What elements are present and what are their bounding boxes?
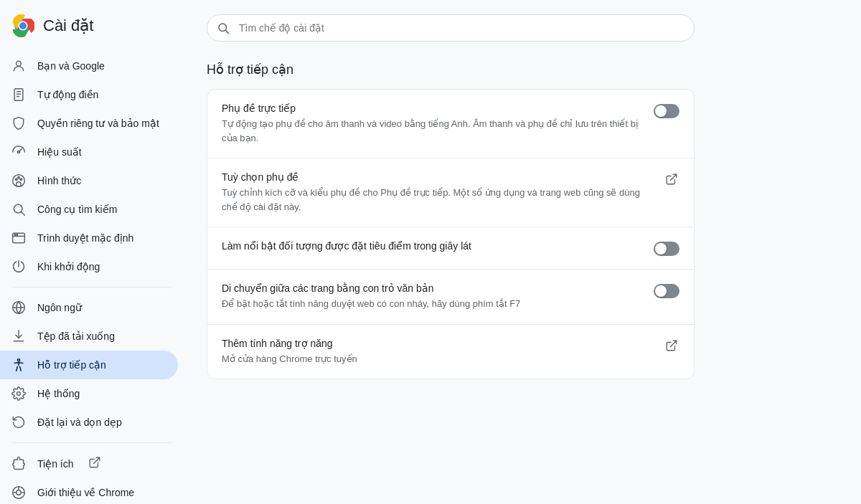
sidebar-item-label: Hiệu suất [37,146,82,158]
search-bar [207,14,695,42]
sidebar: Cài đặt Bạn và Google Tự động điền Quyền… [0,0,184,504]
sidebar-item-label: Tự động điền [37,89,98,100]
sidebar-item-ban-va-google[interactable]: Bạn và Google [0,52,178,80]
svg-point-21 [17,234,18,236]
toggle-phu-de-truc-tiep[interactable] [654,104,679,118]
chrome-logo-icon [11,14,34,37]
settings-row-content: Tuỳ chọn phụ đề Tuỳ chỉnh kích cỡ và kiể… [222,171,654,214]
svg-rect-6 [14,89,23,101]
sidebar-item-label: Tiện ích [37,458,74,470]
toggle-lam-noi-bat[interactable] [654,242,679,256]
settings-row-content: Thêm tính năng trợ năng Mở cửa hàng Chro… [222,338,654,366]
sidebar-item-hieu-suat[interactable]: Hiệu suất [0,138,178,166]
sidebar-item-cong-cu-tim-kiem[interactable]: Công cụ tìm kiếm [0,195,178,224]
sidebar-item-label: Công cụ tìm kiếm [37,204,117,215]
download-icon [11,329,26,343]
sidebar-item-tep-da-tai-xuong[interactable]: Tệp đã tải xuống [0,322,178,351]
search-icon [11,202,26,217]
settings-row-content: Làm nổi bật đối tượng được đặt tiêu điểm… [222,240,642,255]
sidebar-divider [11,287,172,287]
sidebar-item-quyen-rieng-tu[interactable]: Quyền riêng tư và bảo mật [0,109,178,138]
sidebar-divider-2 [11,442,172,443]
assignment-icon [11,87,26,102]
language-icon [11,300,26,315]
sidebar-item-label: Trình duyệt mặc định [37,232,133,244]
sidebar-title: Cài đặt [43,16,93,35]
settings-row-action [665,173,679,187]
settings-row-action [665,339,679,353]
settings-row-action [654,242,679,256]
sidebar-item-khi-khoi-dong[interactable]: Khi khởi động [0,252,178,281]
settings-row-them-tinh-nang: Thêm tính năng trợ năng Mở cửa hàng Chro… [207,325,694,379]
restore-icon [11,415,26,429]
settings-row-content: Di chuyển giữa các trang bằng con trỏ vă… [222,282,642,311]
svg-line-26 [93,457,99,463]
sidebar-item-trinh-duyet-mac-dinh[interactable]: Trình duyệt mặc định [0,224,178,252]
sidebar-item-gioi-thieu-ve-chrome[interactable]: Giới thiệu về Chrome [0,478,178,504]
svg-point-14 [18,177,20,179]
settings-row-title: Tuỳ chọn phụ đề [222,171,654,183]
page-section-title: Hỗ trợ tiếp cận [207,62,838,77]
sidebar-header: Cài đặt [0,6,184,52]
svg-point-13 [15,179,17,181]
main-content: Hỗ trợ tiếp cận Phụ đề trực tiếp Tự động… [184,0,861,504]
settings-row-title: Di chuyển giữa các trang bằng con trỏ vă… [222,282,642,294]
sidebar-item-label: Bạn và Google [37,60,105,72]
settings-row-content: Phụ đề trực tiếp Tự động tạo phụ đề cho … [222,103,642,145]
sidebar-item-label: Đặt lại và dọn dẹp [37,417,122,428]
sidebar-item-label: Tệp đã tải xuống [37,331,115,342]
sidebar-item-label: Ngôn ngữ [37,302,82,313]
svg-line-33 [225,30,228,33]
sidebar-item-label: Khi khởi động [37,261,100,272]
svg-point-15 [20,179,22,181]
svg-point-25 [17,392,21,396]
speed-icon [11,145,26,159]
settings-row-desc: Tự động tạo phụ đề cho âm thanh và video… [222,117,642,145]
svg-line-17 [22,212,25,216]
svg-point-20 [14,234,16,236]
settings-icon [11,386,26,401]
browser-icon [11,231,26,245]
settings-row-desc: Để bật hoặc tắt tính năng duyệt web có c… [222,297,642,311]
settings-row-title: Làm nổi bật đối tượng được đặt tiêu điểm… [222,240,642,252]
sidebar-item-hinh-thuc[interactable]: Hình thức [0,166,178,195]
settings-row-action [654,104,679,118]
svg-line-35 [671,341,677,346]
search-input[interactable] [207,14,695,42]
svg-point-28 [17,490,22,495]
sidebar-item-label: Hình thức [37,175,81,186]
ext-link-icon-them-tinh-nang[interactable] [665,339,679,353]
search-icon [217,22,230,34]
settings-row-phu-de-truc-tiep: Phụ đề trực tiếp Tự động tạo phụ đề cho … [207,90,694,158]
sidebar-nav: Bạn và Google Tự động điền Quyền riêng t… [0,52,184,504]
settings-row-desc: Mở cửa hàng Chrome trực tuyến [222,352,654,366]
settings-row-title: Phụ đề trực tiếp [222,103,642,114]
settings-row-di-chuyen-trang: Di chuyển giữa các trang bằng con trỏ vă… [207,270,694,325]
sidebar-item-ho-tro-tiep-can[interactable]: Hỗ trợ tiếp cận [0,351,178,379]
settings-row-title: Thêm tính năng trợ năng [222,338,654,349]
sidebar-item-label: Giới thiệu về Chrome [37,487,134,498]
svg-point-4 [19,22,27,29]
svg-point-5 [17,61,22,66]
palette-icon [11,173,26,188]
settings-row-tuy-chon-phu-de: Tuỳ chọn phụ đề Tuỳ chỉnh kích cỡ và kiể… [207,158,694,227]
sidebar-item-tu-dong-dien[interactable]: Tự động điền [0,80,178,109]
ext-link-icon-tuy-chon-phu-de[interactable] [665,173,679,187]
settings-row-desc: Tuỳ chỉnh kích cỡ và kiểu phụ đề cho Phụ… [222,186,654,214]
settings-row-action [654,284,679,298]
extension-icon [11,457,26,471]
sidebar-item-he-thong[interactable]: Hệ thống [0,379,178,408]
power-icon [11,260,26,274]
sidebar-ext-link-icon [88,456,101,471]
sidebar-item-label: Hỗ trợ tiếp cận [37,359,106,371]
settings-row-lam-noi-bat: Làm nổi bật đối tượng được đặt tiêu điểm… [207,227,694,270]
toggle-di-chuyen-trang[interactable] [654,284,679,298]
svg-point-24 [17,359,19,361]
sidebar-item-ngon-ngu[interactable]: Ngôn ngữ [0,293,178,322]
settings-card: Phụ đề trực tiếp Tự động tạo phụ đề cho … [207,89,695,379]
sidebar-item-tien-ich[interactable]: Tiện ích [0,449,178,478]
svg-line-34 [671,174,677,180]
shield-icon [11,116,26,130]
sidebar-item-dat-lai-va-don-dep[interactable]: Đặt lại và dọn dẹp [0,408,178,437]
sidebar-item-label: Quyền riêng tư và bảo mật [37,118,159,129]
